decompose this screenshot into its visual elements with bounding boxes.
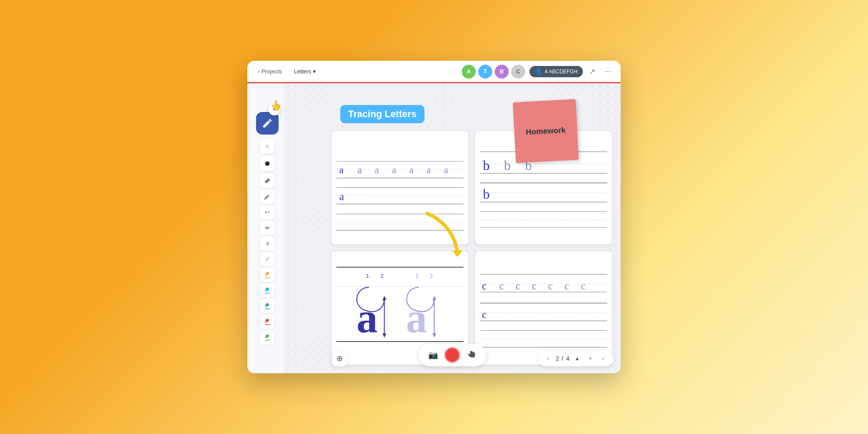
record-button[interactable] (444, 347, 460, 363)
svg-marker-62 (452, 250, 463, 257)
strikethrough-tool-button[interactable] (260, 220, 275, 235)
avatar-t[interactable]: T (478, 65, 492, 79)
avatar-a[interactable]: A (462, 65, 476, 79)
next-icon: › (602, 355, 604, 362)
green-highlighter-button[interactable] (260, 330, 275, 345)
svg-text:a: a (409, 164, 414, 175)
content-grid: a a a a a a a a (332, 131, 612, 365)
title-badge: Tracing Letters (340, 105, 424, 123)
lines-icon: ≡ (266, 144, 269, 149)
ellipsis-icon: ··· (605, 67, 611, 76)
card-c-tracing: c c c c c c c c (475, 251, 612, 365)
svg-text:c: c (516, 280, 520, 292)
undo-icon: ↩ (265, 208, 270, 216)
add-icon: + (589, 355, 592, 362)
tool-row-1: ≡ (260, 139, 275, 154)
svg-text:a: a (356, 294, 378, 341)
next-page-button[interactable]: › (598, 353, 608, 364)
sticky-note-text: Homework (526, 125, 566, 137)
svg-text:c: c (482, 309, 487, 320)
top-bar: ‹ Projects Letters ▾ A T B C 👤 4 ABCDEFG… (247, 61, 621, 83)
sticky-note[interactable]: Homework (513, 99, 579, 163)
svg-marker-43 (432, 333, 436, 338)
direction-arrow-svg (418, 209, 470, 266)
more-options-button[interactable]: ··· (602, 65, 614, 78)
main-area: 👆 ≡ (247, 83, 621, 373)
pen-secondary-icon (263, 193, 271, 201)
orange-highlighter-icon (263, 271, 271, 279)
hand-raise-button[interactable] (464, 347, 479, 363)
page-separator: / (562, 355, 563, 362)
cyan-highlighter-icon (263, 286, 271, 294)
svg-text:1: 1 (415, 273, 418, 279)
svg-text:a: a (444, 164, 448, 175)
share-button[interactable]: 👤 4 ABCDEFGH (529, 66, 583, 77)
svg-text:b: b (483, 187, 490, 202)
svg-marker-38 (382, 333, 386, 338)
zoom-icon: ⊕ (336, 354, 343, 363)
svg-text:2: 2 (430, 273, 433, 279)
undo-button[interactable]: ↩ (260, 205, 275, 220)
svg-text:c: c (482, 280, 487, 292)
brush-size-dot (265, 161, 270, 166)
camera-icon: 📷 (428, 350, 438, 360)
pencil-icon (262, 118, 273, 129)
letters-dropdown[interactable]: Letters ▾ (290, 66, 319, 76)
left-toolbar: 👆 ≡ (256, 112, 279, 345)
strikethrough-icon (263, 224, 271, 232)
check-tool-button[interactable]: ✓ (260, 252, 275, 266)
avatar-b[interactable]: B (495, 65, 509, 79)
pen-secondary-button[interactable] (260, 189, 275, 204)
export-button[interactable]: ↗ (585, 65, 599, 79)
check-icon: ✓ (265, 255, 270, 263)
red-highlighter-button[interactable] (260, 314, 275, 329)
svg-text:b: b (504, 158, 510, 173)
notes-icon: ≣ (266, 241, 270, 247)
current-page: 2 (556, 355, 559, 362)
add-page-button[interactable]: + (585, 353, 595, 364)
orange-highlighter-button[interactable] (260, 267, 275, 282)
svg-text:c: c (548, 280, 553, 292)
dot-indicator (260, 156, 275, 171)
card-c-tracing-svg: c c c c c c c c (475, 251, 612, 365)
pen-tool-main[interactable]: 👆 (256, 112, 279, 135)
svg-text:c: c (581, 280, 585, 292)
eraser-tool-button[interactable] (260, 174, 275, 188)
prev-page-button[interactable]: ‹ (543, 353, 553, 364)
lines-tool-button[interactable]: ≡ (260, 139, 275, 154)
svg-text:c: c (532, 280, 536, 292)
svg-text:a: a (358, 164, 362, 175)
hand-raise-icon (467, 350, 476, 360)
up-icon: ▲ (575, 355, 580, 362)
cyan-highlighter-button[interactable] (260, 283, 275, 298)
red-highlighter-icon (263, 318, 271, 326)
projects-label: Projects (261, 68, 282, 75)
eraser-icon (263, 177, 271, 185)
canvas-area: Tracing Letters Homework a a (284, 83, 621, 373)
export-icon: ↗ (589, 67, 595, 76)
teal-highlighter-button[interactable] (260, 299, 275, 313)
teal-highlighter-icon (263, 302, 271, 310)
svg-text:c: c (499, 280, 504, 292)
svg-text:2: 2 (381, 273, 384, 279)
cursor-hand-icon: 👆 (270, 99, 283, 112)
zoom-button[interactable]: ⊕ (332, 351, 347, 366)
back-nav-button[interactable]: ‹ Projects (254, 66, 285, 76)
bottom-toolbar: 📷 (418, 344, 486, 366)
prev-icon: ‹ (547, 355, 549, 362)
pagination: ‹ 2 / 4 ▲ + › (538, 351, 614, 366)
share-label: 4 ABCDEFGH (545, 69, 578, 75)
svg-text:a: a (427, 164, 431, 175)
yellow-arrow (418, 209, 470, 267)
up-page-button[interactable]: ▲ (572, 353, 582, 364)
avatar-c[interactable]: C (511, 65, 525, 79)
back-arrow-icon: ‹ (258, 68, 260, 75)
svg-text:a: a (339, 191, 344, 202)
total-pages: 4 (566, 355, 569, 362)
notes-tool-button[interactable]: ≣ (260, 236, 275, 251)
camera-button[interactable]: 📷 (425, 347, 441, 363)
letters-label: Letters (294, 68, 311, 75)
people-icon: 👤 (535, 68, 542, 75)
avatar-group: A T B C 👤 4 ABCDEFGH ↗ ··· (462, 65, 614, 79)
svg-text:1: 1 (366, 273, 369, 279)
